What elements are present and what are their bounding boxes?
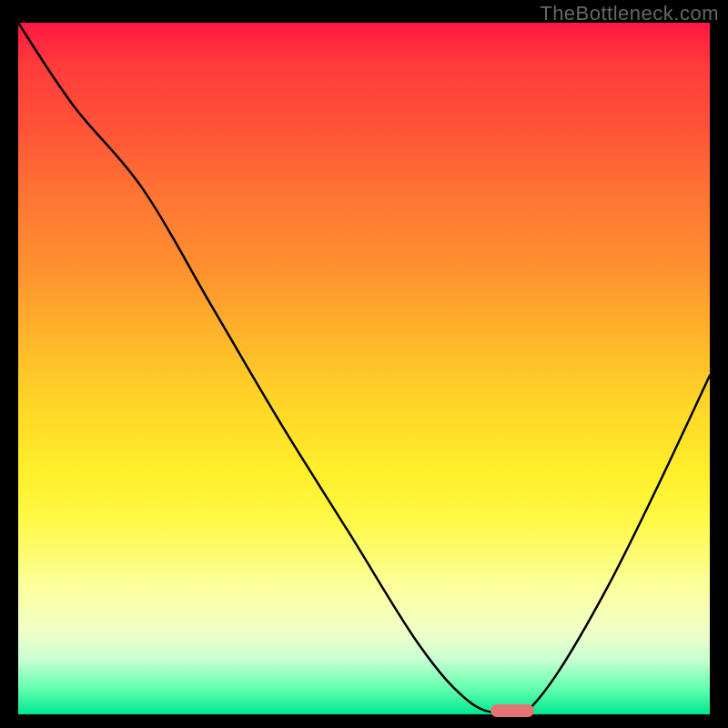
gradient-plot-area [18, 23, 710, 714]
watermark-text: TheBottleneck.com [540, 2, 719, 25]
curve-path [18, 23, 710, 714]
chart-frame: TheBottleneck.com [0, 0, 728, 728]
bottleneck-curve [18, 23, 710, 714]
optimal-marker [490, 704, 534, 717]
